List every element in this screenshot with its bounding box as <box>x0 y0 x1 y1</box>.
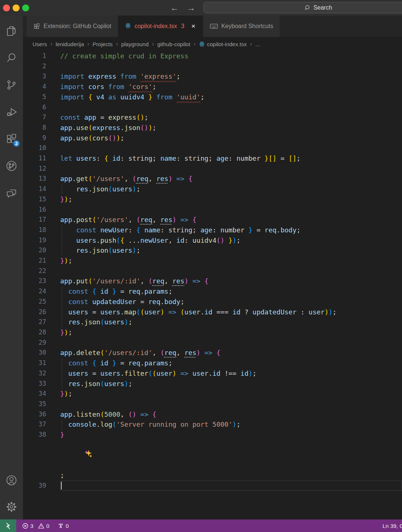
warnings-count: 0 <box>46 523 49 529</box>
line-number: 8 <box>23 123 46 133</box>
warnings-icon <box>38 523 44 529</box>
tab-problems-count: 3 <box>181 23 184 30</box>
code-line[interactable]: 25 const updatedUser = req.body; <box>23 297 402 307</box>
errors-count: 3 <box>30 523 33 529</box>
tab-keyboard-shortcuts[interactable]: Keyboard Shortcuts <box>203 16 280 37</box>
code-line[interactable]: 37 console.log('Server running on port 5… <box>23 419 402 430</box>
command-center-search[interactable]: Search <box>204 2 402 13</box>
line-number: 39 <box>23 481 46 491</box>
problems-status[interactable]: 3 0 <box>22 523 50 529</box>
breadcrumb-chevron-icon: › <box>250 41 252 47</box>
code-line[interactable]: 21}); <box>23 256 402 266</box>
code-line[interactable]: 26 users = users.map((user) => (user.id … <box>23 307 402 317</box>
line-number: 34 <box>23 389 46 399</box>
code-line[interactable]: 18 const newUser: { name: string; age: n… <box>23 225 402 235</box>
code-line[interactable]: 34}); <box>23 389 402 399</box>
breadcrumb-item[interactable]: leniduderija <box>56 41 84 47</box>
breadcrumb-item[interactable]: Users <box>33 41 47 47</box>
keyboard-icon <box>210 23 218 30</box>
github-pull-requests-icon[interactable] <box>5 160 18 172</box>
settings-gear-icon[interactable] <box>5 501 18 513</box>
code-line[interactable]: 19 users.push({ ...newUser, id: uuidv4()… <box>23 235 402 246</box>
line-number: 2 <box>23 61 46 72</box>
line-number: 7 <box>23 112 46 123</box>
code-line[interactable]: 23app.put('/users/:id', (req, res) => { <box>23 276 402 286</box>
line-number: 9 <box>23 133 46 143</box>
code-line[interactable]: 2 <box>23 61 402 72</box>
back-button[interactable]: ← <box>168 1 181 14</box>
comments-icon[interactable] <box>5 187 18 199</box>
code-line[interactable]: 31 const { id } = req.params; <box>23 358 402 368</box>
search-sidebar-icon[interactable] <box>5 52 18 64</box>
line-number: 1 <box>23 51 46 61</box>
code-line[interactable]: 36app.listen(5000, () => { <box>23 409 402 420</box>
indent-guide <box>62 307 62 317</box>
code-line[interactable]: 7const app = express(); <box>23 112 402 123</box>
code-line[interactable]: 17app.post('/users', (req, res) => { <box>23 215 402 225</box>
line-number: 32 <box>23 368 46 379</box>
extensions-badge: 2 <box>13 140 20 147</box>
code-line[interactable]: 33 res.json(users); <box>23 379 402 389</box>
line-number: 4 <box>23 82 46 92</box>
code-line[interactable]: 6 <box>23 102 402 113</box>
breadcrumb-item[interactable]: ... <box>255 41 260 47</box>
code-line[interactable]: 14 res.json(users); <box>23 184 402 194</box>
breadcrumb-item[interactable]: Projects <box>93 41 113 47</box>
remote-indicator[interactable] <box>0 519 16 532</box>
line-number: 25 <box>23 297 46 307</box>
account-icon[interactable] <box>5 474 18 487</box>
explorer-icon[interactable] <box>5 25 18 37</box>
breadcrumb-chevron-icon: › <box>194 41 195 47</box>
code-line[interactable]: 16 <box>23 205 402 215</box>
close-tab-icon[interactable]: × <box>191 22 196 30</box>
minimize-window-button[interactable] <box>13 4 20 11</box>
code-line[interactable]: 1// create simple crud in Express <box>23 51 402 61</box>
indent-guide <box>62 225 62 235</box>
code-line[interactable]: 12 <box>23 164 402 174</box>
code-line[interactable]: 11let users: { id: string; name: string;… <box>23 153 402 164</box>
react-icon <box>199 41 205 47</box>
line-number: 17 <box>23 215 46 225</box>
code-line[interactable]: 24 const { id } = req.params; <box>23 286 402 297</box>
line-number: 19 <box>23 235 46 246</box>
code-line[interactable]: 8app.use(express.json()); <box>23 123 402 133</box>
breadcrumb-chevron-icon: › <box>50 41 52 47</box>
code-line[interactable]: 22 <box>23 266 402 276</box>
ports-status[interactable]: 0 <box>58 523 69 529</box>
code-line[interactable]: 20 res.json(users); <box>23 245 402 256</box>
code-line[interactable]: 15}); <box>23 194 402 205</box>
code-line[interactable]: 27 res.json(users); <box>23 317 402 327</box>
tab-copilot-index-tsx[interactable]: copilot-index.tsx 3 × <box>118 16 203 37</box>
forward-button[interactable]: → <box>185 1 197 14</box>
code-line[interactable]: 39 <box>23 481 402 491</box>
close-window-button[interactable] <box>3 4 10 11</box>
code-line[interactable]: 13app.get('/users', (req, res) => { <box>23 174 402 184</box>
line-number: 28 <box>23 327 46 338</box>
line-number: 24 <box>23 286 46 297</box>
code-line[interactable]: 5import { v4 as uuidv4 } from 'uuid'; <box>23 92 402 102</box>
source-control-icon[interactable] <box>5 79 18 91</box>
breadcrumb-item[interactable]: copilot-index.tsx <box>199 41 247 47</box>
code-line[interactable]: 4import cors from 'cors'; <box>23 82 402 92</box>
code-line[interactable]: 10 <box>23 143 402 153</box>
cursor-position[interactable]: Ln 39, C <box>382 523 402 529</box>
run-debug-icon[interactable] <box>5 106 18 118</box>
code-line[interactable]: 35 <box>23 399 402 409</box>
breadcrumb-item[interactable]: github-copilot <box>157 41 190 47</box>
code-editor[interactable]: 1// create simple crud in Express23impor… <box>23 51 402 519</box>
breadcrumb-chevron-icon: › <box>87 41 89 47</box>
breadcrumb-item[interactable]: playground <box>121 41 149 47</box>
line-number: 5 <box>23 92 46 102</box>
code-line[interactable]: 30app.delete('/users/:id', (req, res) =>… <box>23 348 402 358</box>
code-line[interactable]: 38} ; <box>23 430 402 481</box>
code-line[interactable]: 28}); <box>23 327 402 338</box>
tab-extension-github-copilot[interactable]: Extension: GitHub Copilot <box>27 16 118 37</box>
indent-guide <box>62 245 62 256</box>
code-line[interactable]: 29 <box>23 338 402 348</box>
remote-icon <box>4 522 12 529</box>
code-line[interactable]: 32 users = users.filter((user) => user.i… <box>23 368 402 379</box>
maximize-window-button[interactable] <box>22 4 29 11</box>
extensions-icon[interactable]: 2 <box>5 133 18 145</box>
code-line[interactable]: 9app.use(cors()); <box>23 133 402 143</box>
code-line[interactable]: 3import express from 'express'; <box>23 71 402 82</box>
